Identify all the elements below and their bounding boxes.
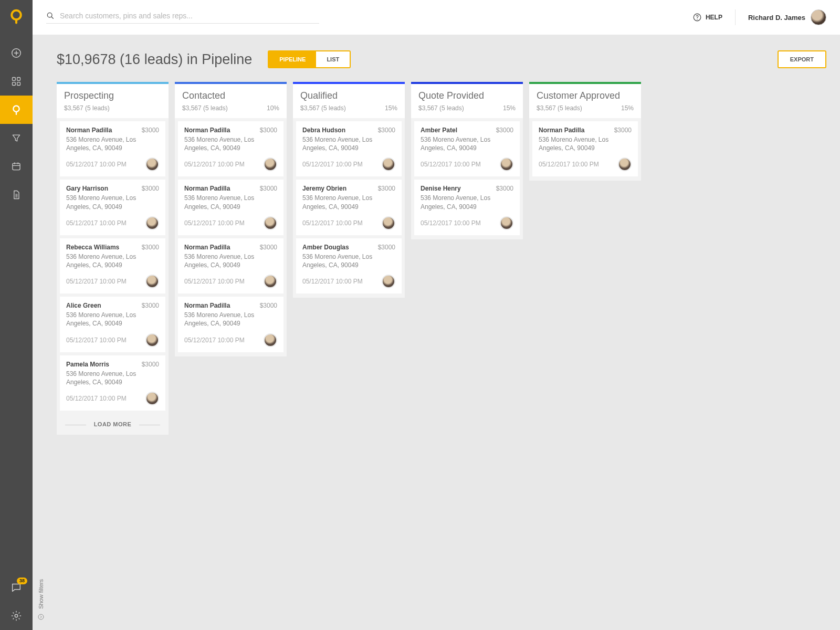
lead-card[interactable]: Pamela Morris$3000536 Moreno Avenue, Los… — [60, 355, 165, 411]
lead-name: Norman Padilla — [184, 244, 230, 251]
column-summary-text: $3,567 (5 leads) — [300, 104, 346, 112]
lead-card[interactable]: Debra Hudson$3000536 Moreno Avenue, Los … — [296, 121, 402, 176]
lead-address: 536 Moreno Avenue, Los Angeles, CA, 9004… — [302, 194, 395, 211]
column-summary-text: $3,567 (5 leads) — [418, 104, 464, 112]
lead-address: 536 Moreno Avenue, Los Angeles, CA, 9004… — [184, 135, 277, 152]
lead-card[interactable]: Gary Harrison$3000536 Moreno Avenue, Los… — [60, 180, 165, 235]
cards-list: Debra Hudson$3000536 Moreno Avenue, Los … — [293, 118, 405, 298]
lead-amount: $3000 — [378, 244, 395, 251]
lead-address: 536 Moreno Avenue, Los Angeles, CA, 9004… — [66, 194, 159, 211]
lead-address: 536 Moreno Avenue, Los Angeles, CA, 9004… — [184, 311, 277, 328]
lead-avatar — [145, 392, 159, 405]
lead-name: Norman Padilla — [184, 127, 230, 134]
user-menu[interactable]: Richard D. James — [741, 9, 826, 25]
column-summary: $3,567 (5 leads)15% — [418, 104, 516, 112]
lead-amount: $3000 — [496, 127, 513, 134]
lead-name: Alice Green — [66, 302, 101, 309]
pipeline-column: Contacted$3,567 (5 leads)10%Norman Padil… — [175, 82, 287, 356]
lead-name: Pamela Morris — [66, 361, 109, 368]
lead-card[interactable]: Norman Padilla$3000536 Moreno Avenue, Lo… — [178, 180, 284, 235]
lead-card[interactable]: Jeremy Obrien$3000536 Moreno Avenue, Los… — [296, 180, 402, 235]
page-title: $10,9678 (16 leads) in Pipeline — [57, 51, 252, 68]
sidebar-filter[interactable] — [0, 124, 33, 152]
cards-list: Norman Padilla$3000536 Moreno Avenue, Lo… — [529, 118, 641, 181]
view-toggle: PIPELINE LIST — [268, 50, 351, 68]
sidebar-chat[interactable]: 38 — [0, 573, 33, 602]
search-input[interactable] — [60, 12, 319, 20]
lead-amount: $3000 — [260, 244, 277, 251]
lead-avatar — [382, 275, 395, 288]
svg-point-11 — [697, 19, 698, 20]
cards-list: Norman Padilla$3000536 Moreno Avenue, Lo… — [175, 118, 287, 356]
lead-datetime: 05/12/2017 10:00 PM — [66, 161, 127, 168]
lead-datetime: 05/12/2017 10:00 PM — [66, 278, 127, 285]
load-more-button[interactable]: LOAD MORE — [57, 415, 169, 435]
show-filters-label: Show filters — [38, 579, 44, 609]
lead-amount: $3000 — [142, 361, 159, 368]
lead-avatar — [264, 158, 277, 171]
kanban-board: Prospecting$3,567 (5 leads)Norman Padill… — [57, 82, 826, 435]
search-wrap — [46, 12, 319, 24]
lead-card[interactable]: Norman Padilla$3000536 Moreno Avenue, Lo… — [178, 238, 284, 293]
view-list-button[interactable]: LIST — [316, 51, 350, 67]
logo-icon — [7, 7, 25, 25]
column-pct: 15% — [621, 104, 634, 112]
lead-address: 536 Moreno Avenue, Los Angeles, CA, 9004… — [302, 253, 395, 269]
help-button[interactable]: HELP — [685, 13, 730, 22]
lead-address: 536 Moreno Avenue, Los Angeles, CA, 9004… — [66, 370, 159, 386]
lead-name: Amber Patel — [421, 127, 457, 134]
view-pipeline-button[interactable]: PIPELINE — [269, 51, 316, 67]
lead-card[interactable]: Norman Padilla$3000536 Moreno Avenue, Lo… — [60, 121, 165, 176]
grid-icon — [11, 76, 22, 87]
help-label: HELP — [706, 14, 722, 21]
avatar — [811, 9, 826, 25]
topbar: HELP Richard D. James — [33, 0, 840, 35]
lead-name: Norman Padilla — [66, 127, 112, 134]
lead-amount: $3000 — [614, 127, 632, 134]
pipeline-column: Customer Approved$3,567 (5 leads)15%Norm… — [529, 82, 641, 181]
lead-name: Rebecca Williams — [66, 244, 119, 251]
lead-card[interactable]: Norman Padilla$3000536 Moreno Avenue, Lo… — [178, 297, 284, 352]
lead-card[interactable]: Norman Padilla$3000536 Moreno Avenue, Lo… — [178, 121, 284, 176]
lead-name: Norman Padilla — [539, 127, 584, 134]
column-title: Contacted — [182, 90, 279, 101]
sidebar: 38 — [0, 0, 33, 630]
app-root: 38 HELP Richard D. James Sho — [0, 0, 840, 630]
lead-amount: $3000 — [142, 302, 159, 309]
calendar-icon — [11, 161, 22, 172]
lead-avatar — [145, 158, 159, 171]
column-pct: 15% — [503, 104, 516, 112]
sidebar-pipeline[interactable] — [0, 96, 33, 124]
lead-card[interactable]: Amber Patel$3000536 Moreno Avenue, Los A… — [414, 121, 520, 176]
chat-badge: 38 — [17, 578, 27, 584]
lead-avatar — [145, 275, 159, 288]
sidebar-document[interactable] — [0, 181, 33, 209]
lead-name: Amber Douglas — [302, 244, 349, 251]
lead-datetime: 05/12/2017 10:00 PM — [66, 395, 127, 402]
lead-avatar — [382, 216, 395, 230]
sidebar-dashboard[interactable] — [0, 67, 33, 96]
lead-card[interactable]: Rebecca Williams$3000536 Moreno Avenue, … — [60, 238, 165, 293]
lead-address: 536 Moreno Avenue, Los Angeles, CA, 9004… — [184, 194, 277, 211]
sidebar-calendar[interactable] — [0, 152, 33, 181]
lead-card[interactable]: Denise Henry$3000536 Moreno Avenue, Los … — [414, 180, 520, 235]
lead-avatar — [618, 158, 632, 171]
lead-datetime: 05/12/2017 10:00 PM — [184, 161, 245, 168]
lead-datetime: 05/12/2017 10:00 PM — [184, 278, 245, 285]
sidebar-add[interactable] — [0, 39, 33, 67]
lead-card[interactable]: Norman Padilla$3000536 Moreno Avenue, Lo… — [532, 121, 638, 176]
content: Show filters $10,9678 (16 leads) in Pipe… — [33, 35, 840, 630]
lead-card[interactable]: Amber Douglas$3000536 Moreno Avenue, Los… — [296, 238, 402, 293]
column-header: Prospecting$3,567 (5 leads) — [57, 84, 169, 118]
funnel-icon — [11, 133, 22, 143]
user-name: Richard D. James — [748, 14, 805, 22]
lead-amount: $3000 — [142, 244, 159, 251]
cards-list: Norman Padilla$3000536 Moreno Avenue, Lo… — [57, 118, 169, 415]
export-button[interactable]: EXPORT — [778, 50, 826, 68]
lead-avatar — [264, 333, 277, 347]
lead-datetime: 05/12/2017 10:00 PM — [421, 161, 481, 168]
sidebar-settings[interactable] — [0, 602, 33, 630]
show-filters-toggle[interactable]: Show filters — [33, 35, 49, 630]
lead-card[interactable]: Alice Green$3000536 Moreno Avenue, Los A… — [60, 297, 165, 352]
svg-point-0 — [12, 10, 21, 20]
